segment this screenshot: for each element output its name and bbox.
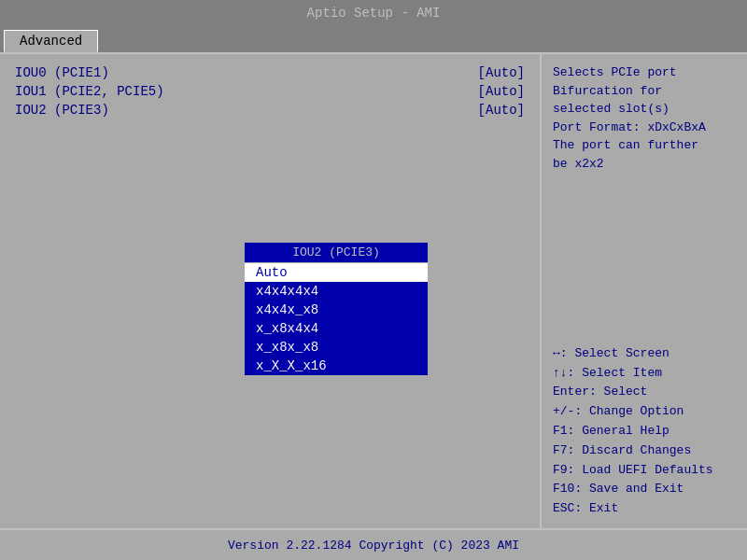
setting-label-iou1: IOU1 (PCIE2, PCIE5) (15, 84, 164, 99)
key-select-item: ↑↓: Select Item (553, 364, 736, 384)
help-line-3: Port Format: xDxCxBxA (553, 120, 706, 134)
dropdown-popup[interactable]: IOU2 (PCIE3) Auto x4x4x4x4 x4x4x_x8 x_x8… (243, 241, 430, 377)
dropdown-item-x4x4x-x8[interactable]: x4x4x_x8 (245, 301, 428, 319)
bottom-bar: Version 2.22.1284 Copyright (C) 2023 AMI (0, 528, 747, 560)
tab-bar: Advanced (0, 26, 747, 52)
key-f7: F7: Discard Changes (553, 441, 736, 461)
setting-value-iou2: [Auto] (478, 103, 525, 118)
setting-row-iou0[interactable]: IOU0 (PCIE1) [Auto] (15, 65, 525, 80)
dropdown-item-x-x-x-x16[interactable]: x_X_X_x16 (245, 357, 428, 375)
dropdown-title: IOU2 (PCIE3) (245, 243, 428, 263)
help-line-1: Bifurcation for (553, 84, 662, 98)
key-f10: F10: Save and Exit (553, 480, 736, 499)
dropdown-item-x-x8x-x8[interactable]: x_x8x_x8 (245, 338, 428, 357)
key-esc: ESC: Exit (553, 499, 736, 519)
help-line-0: Selects PCIe port (553, 65, 677, 79)
setting-label-iou2: IOU2 (PCIE3) (15, 103, 109, 118)
setting-row-iou1[interactable]: IOU1 (PCIE2, PCIE5) [Auto] (15, 84, 525, 99)
right-panel: Selects PCIe port Bifurcation for select… (542, 54, 747, 528)
key-enter: Enter: Select (553, 383, 736, 402)
key-help: ↔: Select Screen ↑↓: Select Item Enter: … (553, 344, 736, 519)
dropdown-item-auto[interactable]: Auto (245, 263, 428, 282)
help-line-2: selected slot(s) (553, 102, 669, 116)
left-panel: IOU0 (PCIE1) [Auto] IOU1 (PCIE2, PCIE5) … (0, 54, 542, 528)
key-f9: F9: Load UEFI Defaults (553, 461, 736, 481)
key-change-option: +/-: Change Option (553, 402, 736, 422)
dropdown-item-x-x8x4x4[interactable]: x_x8x4x4 (245, 319, 428, 338)
setting-row-iou2[interactable]: IOU2 (PCIE3) [Auto] (15, 103, 525, 118)
key-f1: F1: General Help (553, 422, 736, 441)
help-text: Selects PCIe port Bifurcation for select… (553, 63, 736, 173)
dropdown-item-x4x4x4x4[interactable]: x4x4x4x4 (245, 282, 428, 301)
footer-text: Version 2.22.1284 Copyright (C) 2023 AMI (228, 539, 519, 553)
title-bar: Aptio Setup - AMI (0, 0, 747, 26)
key-select-screen: ↔: Select Screen (553, 344, 736, 364)
setting-value-iou1: [Auto] (478, 84, 525, 99)
setting-label-iou0: IOU0 (PCIE1) (15, 65, 109, 80)
help-line-4: The port can further (553, 138, 698, 152)
setting-value-iou0: [Auto] (478, 65, 525, 80)
app-title: Aptio Setup - AMI (307, 6, 441, 21)
main-layout: IOU0 (PCIE1) [Auto] IOU1 (PCIE2, PCIE5) … (0, 52, 747, 528)
tab-advanced[interactable]: Advanced (4, 30, 98, 52)
help-line-5: be x2x2 (553, 157, 604, 171)
